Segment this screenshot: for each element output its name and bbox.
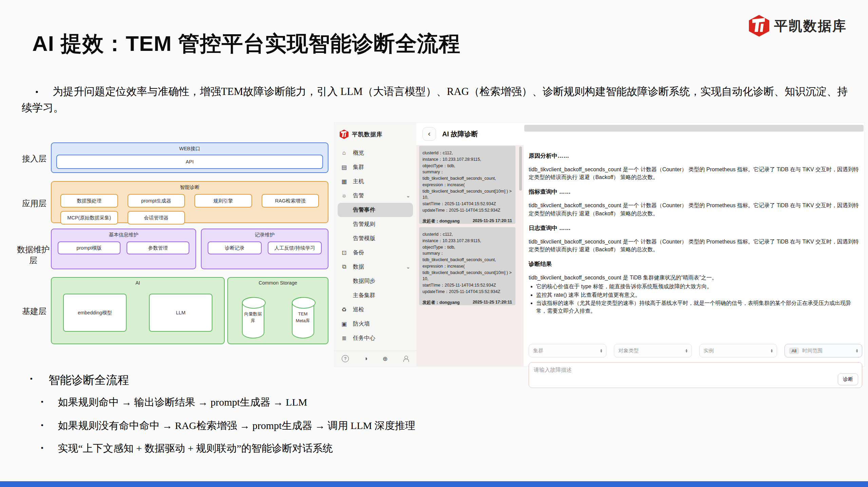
analysis-heading: 原因分析中…… (529, 152, 861, 160)
slide-footer-bar (0, 481, 868, 487)
scrollbar-vertical[interactable] (519, 147, 522, 191)
rule-engine-box: 规则引擎 (194, 194, 252, 208)
sidebar-item-hosts[interactable]: ▦ 主机 (334, 174, 416, 189)
result-heading: 诊断结果 (529, 260, 861, 268)
brand-logo-text: 平凯数据库 (774, 17, 847, 35)
sidebar-item-alerts[interactable]: ☼ 告警 ⌄ (334, 189, 416, 203)
sidebar-item-clusters[interactable]: ▤ 集群 (334, 160, 416, 174)
alert-time: 2025-11-25 17:20:11 (473, 218, 512, 224)
intro-text: 为提升问题定位效率与准确性，增强TEM故障诊断能力，引入 LLM（大语言模型）、… (22, 85, 848, 114)
flow-item: • 实现“上下文感知 + 数据驱动 + 规则联动”的智能诊断对话系统 (41, 442, 333, 455)
mcp-box: MCP(原始数据采集) (60, 211, 118, 225)
architecture-diagram: 接入层 应用层 数据维护层 基建层 WEB接口 API 智能诊断 数据预处理 p… (19, 140, 329, 345)
flow-item: • 如果规则命中 → 输出诊断结果 → prompt生成器 → LLM (41, 395, 307, 409)
storage-group: Common Storage 向量数据 库 TEM Meta库 (227, 277, 328, 344)
alert-event-card[interactable]: clusterId：c112, instance：10.233.107.28:9… (419, 146, 515, 224)
alert-events-column: clusterId：c112, instance：10.233.107.28:9… (416, 145, 524, 366)
sidebar: 平凯数据库 ⌂ 概览 ▤ 集群 ▦ 主机 ☼ 告警 ⌄ (334, 123, 416, 366)
result-intro: tidb_tikvclient_backoff_seconds_count 是 … (529, 274, 861, 281)
layer-label-maintenance: 数据维护层 (15, 244, 52, 266)
select-chevrons-icon: ▴▾ (685, 349, 687, 353)
cluster-select[interactable]: 集群 ▴▾ (529, 344, 606, 357)
sidebar-item-alert-templates[interactable]: 告警模版 (334, 231, 416, 246)
ai-infra-group: AI embedding模型 LLM (51, 277, 225, 344)
cluster-icon: ▤ (340, 164, 348, 171)
data-preprocess-box: 数据预处理 (60, 194, 118, 208)
ai-diagnosis-title: AI 故障诊断 (442, 130, 478, 139)
sidebar-item-task-center[interactable]: ≣ 任务中心 (334, 331, 416, 345)
scrollbar-horizontal[interactable] (524, 125, 864, 132)
bullet-marker: • (41, 442, 43, 455)
record-title: 记录维护 (202, 229, 328, 238)
application-layer-group: 智能诊断 数据预处理 prompt生成器 规则引擎 RAG检索增强 MCP(原始… (51, 181, 328, 223)
rag-box: RAG检索增强 (262, 194, 319, 208)
sidebar-item-alert-events[interactable]: 告警事件 (338, 203, 413, 217)
sidebar-item-primary-secondary[interactable]: 主备集群 (334, 288, 416, 303)
flow-title: • 智能诊断全流程 (30, 372, 129, 388)
help-icon[interactable]: ? (342, 355, 349, 362)
vector-db-label: 向量数据 库 (243, 311, 264, 324)
tem-meta-label: TEM Meta库 (293, 311, 314, 324)
record-group: 记录维护 诊断记录 人工反馈/持续学习 (201, 229, 328, 269)
select-chevrons-icon: ▴▾ (771, 349, 773, 353)
diagnosis-form: 集群 ▴▾ 对象类型 ▴▾ 实例 ▴▾ All 时间范围 ▴▾ (529, 344, 862, 389)
sidebar-item-data[interactable]: ⧉ 数据 ⌄ (334, 260, 416, 274)
back-button[interactable]: ‹ (422, 127, 436, 141)
alert-details: clusterId：c112, instance：10.233.107.28:9… (422, 150, 512, 214)
metric-query-body: tidb_tikvclient_backoff_seconds_count 是一… (529, 201, 861, 217)
diagnose-button[interactable]: 诊断 (838, 373, 858, 385)
sidebar-item-backup[interactable]: ⊡ 备份 (334, 246, 416, 260)
common-storage-title: Common Storage (228, 278, 328, 286)
bullet-marker: • (35, 87, 38, 97)
sidebar-item-alert-rules[interactable]: 告警规则 (334, 217, 416, 231)
brand-logo: 平凯数据库 (749, 15, 847, 37)
theme-icon[interactable]: ◑ (364, 355, 367, 362)
sidebar-item-data-sync[interactable]: 数据同步 (334, 274, 416, 288)
result-bullet: 它的核心价值在于 type 标签，能直接告诉你系统瓶颈或故障的大致方向。 (536, 283, 861, 290)
pingkai-logo-icon (749, 15, 769, 37)
ai-group-title: AI (52, 278, 224, 286)
user-icon[interactable] (403, 356, 409, 362)
api-box: API (56, 155, 323, 169)
web-interface-title: WEB接口 (52, 143, 328, 152)
vector-db-cylinder: 向量数据 库 (242, 297, 264, 338)
instance-select[interactable]: 实例 ▴▾ (699, 344, 777, 357)
firewall-icon: ▣ (340, 320, 348, 328)
alert-event-card[interactable]: clusterId：c112, instance：10.233.107.28:9… (419, 227, 515, 305)
basic-info-title: 基本信息维护 (52, 229, 195, 238)
result-bullet: 当该指标的速率（尤其是特定类型的速率）持续高于基线水平时，就是一个明确的信号，表… (536, 299, 861, 315)
fault-description-input[interactable] (529, 362, 862, 388)
inspect-icon: ♻ (340, 306, 348, 313)
sidebar-item-overview[interactable]: ⌂ 概览 (334, 146, 416, 160)
layer-label-application: 应用层 (19, 198, 50, 209)
basic-info-group: 基本信息维护 prompt模版 参数管理 (51, 229, 196, 269)
all-badge: All (789, 348, 799, 354)
sidebar-item-inspection[interactable]: ♻ 巡检 (334, 303, 416, 317)
host-icon: ▦ (340, 178, 348, 185)
object-type-select[interactable]: 对象类型 ▴▾ (614, 344, 692, 357)
diagnosis-record-box: 诊断记录 (208, 241, 262, 254)
globe-icon[interactable]: ⊕ (383, 355, 388, 363)
llm-box: LLM (149, 294, 212, 332)
sidebar-logo-text: 平凯数据库 (352, 131, 382, 138)
alert-initiator: 发起者：dongyang (422, 300, 460, 306)
sidebar-item-firewall[interactable]: ▣ 防火墙 (334, 317, 416, 331)
sidebar-logo: 平凯数据库 (334, 123, 416, 142)
alert-initiator: 发起者：dongyang (422, 218, 460, 224)
slide: AI 提效：TEM 管控平台实现智能诊断全流程 平凯数据库 •为提升问题定位效率… (0, 0, 868, 487)
sidebar-footer: ? ◑ ⊕ (334, 351, 416, 366)
embedding-model-box: embedding模型 (63, 294, 127, 332)
access-layer-group: WEB接口 API (51, 142, 328, 173)
tasks-icon: ≣ (340, 335, 348, 342)
backup-icon: ⊡ (340, 249, 348, 256)
chevron-down-icon: ⌄ (406, 264, 410, 270)
bullet-marker: • (41, 395, 43, 409)
diagnosis-panel: 原因分析中…… tidb_tikvclient_backoff_seconds_… (529, 145, 863, 366)
result-bullet-list: 它的核心价值在于 type 标签，能直接告诉你系统瓶颈或故障的大致方向。 监控其… (536, 283, 861, 315)
prompt-template-box: prompt模版 (58, 241, 120, 254)
result-bullet: 监控其 rate() 速率 比查看绝对值更有意义。 (536, 291, 861, 299)
prompt-generator-box: prompt生成器 (128, 194, 185, 208)
home-icon: ⌂ (340, 150, 348, 156)
bullet-marker: • (30, 372, 33, 388)
time-range-select[interactable]: All 时间范围 ▴▾ (785, 344, 862, 357)
